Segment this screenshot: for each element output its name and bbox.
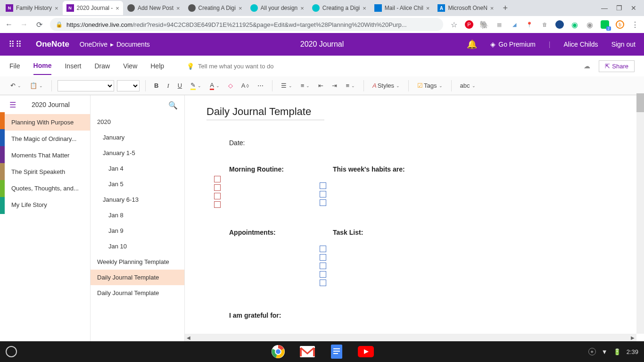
- maximize-button[interactable]: ❐: [616, 4, 622, 12]
- underline-button[interactable]: U: [175, 80, 185, 91]
- tab-file[interactable]: File: [9, 58, 20, 74]
- vertical-scrollbar[interactable]: [636, 93, 644, 334]
- browser-tab[interactable]: NFamily History×: [2, 1, 62, 15]
- browser-tab[interactable]: Creating A Digi×: [184, 1, 246, 15]
- tab-insert[interactable]: Insert: [65, 58, 81, 74]
- user-name[interactable]: Alice Childs: [563, 41, 598, 48]
- font-family-select[interactable]: [58, 80, 114, 91]
- checkbox[interactable]: [320, 280, 326, 286]
- breadcrumb-item[interactable]: OneDrive: [80, 41, 107, 48]
- browser-tab[interactable]: Mail - Alice Chil×: [371, 1, 434, 15]
- close-icon[interactable]: ×: [300, 5, 304, 12]
- browser-tab[interactable]: N2020 Journal - ×: [63, 1, 123, 15]
- indent-button[interactable]: ⇥: [329, 80, 340, 91]
- forward-button[interactable]: →: [20, 20, 28, 29]
- page-item[interactable]: Jan 9: [91, 223, 184, 239]
- checkbox[interactable]: [320, 246, 326, 252]
- color-tab[interactable]: [0, 197, 5, 214]
- close-icon[interactable]: ×: [176, 5, 180, 12]
- notebook-title[interactable]: 2020 Journal: [16, 101, 85, 108]
- tab-view[interactable]: View: [123, 58, 137, 74]
- color-tab[interactable]: [0, 163, 5, 180]
- scroll-right-icon[interactable]: ▶: [629, 334, 636, 341]
- extension-icon[interactable]: 2: [601, 20, 609, 29]
- close-icon[interactable]: ×: [116, 5, 119, 12]
- section-item[interactable]: Planning With Purpose: [5, 114, 90, 131]
- close-icon[interactable]: ×: [363, 5, 366, 12]
- color-tab[interactable]: [0, 180, 5, 197]
- sign-out-button[interactable]: Sign out: [611, 41, 636, 48]
- sync-icon[interactable]: ☁: [584, 62, 590, 70]
- browser-tab[interactable]: AMicrosoft OneN×: [434, 1, 497, 15]
- extension-icon[interactable]: ▦: [495, 20, 504, 29]
- close-icon[interactable]: ×: [426, 5, 430, 12]
- page-title-input[interactable]: [206, 104, 324, 120]
- share-button[interactable]: ⇱ Share: [599, 60, 635, 72]
- numbering-button[interactable]: ≡⌄: [298, 80, 313, 91]
- checkbox[interactable]: [320, 182, 326, 189]
- minimize-button[interactable]: —: [601, 4, 608, 12]
- checkbox[interactable]: [214, 193, 221, 199]
- tab-home[interactable]: Home: [33, 57, 52, 75]
- close-icon[interactable]: ×: [490, 5, 494, 12]
- clipboard-button[interactable]: 📋⌄: [27, 80, 46, 91]
- page-item[interactable]: Jan 5: [91, 176, 184, 192]
- close-window-button[interactable]: ✕: [631, 4, 636, 12]
- tell-me-search[interactable]: 💡 Tell me what you want to do: [187, 63, 273, 70]
- new-tab-button[interactable]: +: [498, 3, 512, 13]
- star-icon[interactable]: ☆: [450, 20, 458, 29]
- pinterest-icon[interactable]: P: [465, 20, 473, 29]
- clock[interactable]: 2:39: [627, 348, 638, 355]
- highlight-button[interactable]: ✎⌄: [188, 80, 204, 92]
- page-item[interactable]: Weekly Planning Template: [91, 254, 184, 270]
- section-item[interactable]: The Spirit Speaketh: [5, 164, 90, 180]
- checkbox[interactable]: [320, 191, 326, 197]
- section-item[interactable]: My Life Story: [5, 197, 90, 213]
- page-item[interactable]: January 1-5: [91, 145, 184, 161]
- scrollbar-thumb[interactable]: [636, 93, 644, 112]
- url-input[interactable]: 🔒 https://onedrive.live.com/redir?resid=…: [50, 18, 443, 31]
- font-size-select[interactable]: [117, 80, 140, 91]
- checkbox[interactable]: [320, 199, 326, 206]
- wifi-icon[interactable]: ▼: [602, 348, 608, 355]
- browser-tab[interactable]: Add New Post×: [124, 1, 184, 15]
- tray-expand-icon[interactable]: +: [588, 348, 596, 355]
- align-button[interactable]: ≡⌄: [343, 80, 358, 91]
- extension-icon[interactable]: ◉: [586, 20, 594, 29]
- checkbox[interactable]: [320, 263, 326, 269]
- hamburger-icon[interactable]: ☰: [9, 100, 16, 109]
- page-item[interactable]: January: [91, 130, 184, 145]
- extension-icon[interactable]: ◉: [570, 20, 579, 29]
- extension-icon[interactable]: [555, 20, 564, 29]
- docs-icon[interactable]: [329, 344, 345, 360]
- extension-icon[interactable]: ◢: [510, 20, 519, 29]
- clear-format-button[interactable]: ◇: [225, 80, 236, 91]
- page-item[interactable]: Daily Journal Template: [91, 270, 184, 285]
- tab-help[interactable]: Help: [150, 58, 164, 74]
- color-tab[interactable]: [0, 112, 5, 129]
- undo-button[interactable]: ↶⌄: [8, 80, 24, 91]
- start-button[interactable]: [6, 346, 17, 357]
- back-button[interactable]: ←: [5, 20, 13, 29]
- outdent-button[interactable]: ⇤: [315, 80, 326, 91]
- page-item[interactable]: January 6-13: [91, 192, 184, 207]
- close-icon[interactable]: ×: [55, 5, 58, 12]
- extension-icon[interactable]: 🗑: [540, 20, 549, 29]
- bold-button[interactable]: B: [151, 80, 161, 91]
- italic-button[interactable]: I: [164, 80, 172, 91]
- horizontal-scrollbar[interactable]: ◀ ▶: [185, 334, 636, 341]
- extension-icon[interactable]: b: [616, 20, 624, 29]
- styles-button[interactable]: A Styles⌄: [370, 80, 403, 91]
- notification-icon[interactable]: 🔔: [467, 39, 477, 49]
- app-launcher-icon[interactable]: ⠿⠿: [8, 42, 23, 46]
- color-tab[interactable]: [0, 146, 5, 163]
- battery-icon[interactable]: 🔋: [613, 348, 621, 355]
- checkbox[interactable]: [320, 271, 326, 278]
- browser-tab[interactable]: Creating a Digi×: [308, 1, 370, 15]
- page-item[interactable]: Jan 8: [91, 207, 184, 223]
- page-item[interactable]: Jan 10: [91, 239, 184, 254]
- bullets-button[interactable]: ☰⌄: [278, 80, 295, 91]
- more-button[interactable]: ⋯: [255, 80, 266, 91]
- section-item[interactable]: Moments That Matter: [5, 147, 90, 164]
- search-icon[interactable]: 🔍: [168, 101, 178, 110]
